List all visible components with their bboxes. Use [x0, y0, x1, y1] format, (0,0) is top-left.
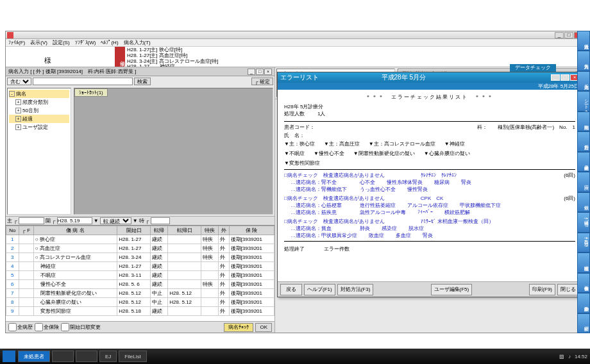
table-header[interactable]: 保 険: [229, 226, 274, 235]
minimize-button[interactable]: _: [555, 32, 564, 38]
err-print-button[interactable]: 印刷(F9): [529, 284, 555, 295]
dock-button[interactable]: 経過入力: [577, 31, 590, 51]
taskbar-task[interactable]: [76, 351, 97, 362]
table-header[interactable]: 外: [218, 226, 229, 235]
table-cell: H28. 3-24: [117, 253, 151, 262]
subwin-close[interactable]: ×: [264, 69, 272, 75]
ok-button[interactable]: OK: [255, 323, 272, 332]
menu-item[interactable]: 病名入力(T): [124, 39, 151, 46]
category-tree[interactable]: -病名+頻度分類別+50音別+経過+ユーザ設定: [7, 88, 71, 215]
error-main-diagnoses: 主：狭心症主：高血圧症主：高コレステロール血症神経症: [284, 140, 575, 147]
menu-item[interactable]: 設定(S): [53, 39, 70, 46]
table-row[interactable]: 2○ 高血圧症H28. 1-27継続特疾外後期[3939201: [6, 244, 274, 253]
table-cell: ○ 狭心症: [33, 235, 117, 244]
dock-button[interactable]: 指示入力: [577, 71, 590, 91]
table-cell: [19, 271, 33, 280]
filter-start-date[interactable]: [57, 217, 92, 224]
filter-spec-input[interactable]: [151, 217, 170, 224]
table-cell: 継続: [151, 280, 168, 289]
tree-node[interactable]: -病名: [9, 90, 69, 98]
search-input[interactable]: [33, 78, 133, 85]
err-useredit-button[interactable]: ユーザ編集(F5): [431, 284, 473, 295]
table-row[interactable]: 3○ 高コレステロール血症H28. 3-24継続特疾外後期[3939201: [6, 253, 274, 262]
filter-cont-select[interactable]: 転 継続: [100, 217, 131, 224]
shortcut-tab[interactable]: ｼｮｰﾄｶｯﾄ(1): [74, 88, 108, 97]
table-header[interactable]: 開始日: [117, 226, 151, 235]
dock-button[interactable]: 依頼: [577, 192, 590, 212]
table-row[interactable]: 6 慢性心不全H28. 5. 6継続特疾外後期[3939201: [6, 280, 274, 289]
filter-main-input[interactable]: [19, 217, 44, 224]
table-row[interactable]: 4 神経症H28. 1-27継続外後期[3939201: [6, 262, 274, 271]
dock-button[interactable]: 次回: [577, 172, 590, 192]
include-select[interactable]: 含む: [7, 78, 31, 85]
table-cell: 継続: [151, 262, 168, 271]
tree-node[interactable]: +経過: [9, 115, 69, 123]
taskbar-task[interactable]: FileList: [119, 351, 146, 362]
dock-button[interactable]: 検査結果: [577, 152, 590, 172]
table-header[interactable]: ┌ F: [19, 226, 33, 235]
tree-node[interactable]: +50音別: [9, 106, 69, 115]
err-close-button[interactable]: 閉じる: [557, 284, 579, 295]
table-cell: 継続: [151, 253, 168, 262]
table-header[interactable]: No: [6, 226, 19, 235]
error-diag-item: 主：高コレステロール血症: [369, 140, 435, 147]
err-minimize[interactable]: _: [551, 74, 560, 81]
dock-button[interactable]: 経過ｸﾞﾗﾌ: [577, 212, 590, 232]
taskbar-task[interactable]: [52, 351, 74, 362]
menu-item[interactable]: 表示(V): [30, 39, 47, 46]
table-cell: [168, 271, 201, 280]
table-cell: 神経症: [33, 262, 117, 271]
err-help-button[interactable]: ヘルプ(F1): [304, 284, 335, 295]
table-row[interactable]: 5 不眠症H28. 3-11継続外後期[3939201: [6, 271, 274, 280]
tray-icon[interactable]: ▧: [559, 354, 564, 360]
maximize-button[interactable]: □: [564, 32, 573, 38]
table-cell: [201, 289, 218, 298]
taskbar-task[interactable]: EJ: [99, 351, 117, 362]
error-diag-item: 不眠症: [284, 150, 305, 157]
subwin-min[interactable]: _: [248, 69, 255, 75]
menu-item[interactable]: ﾌｧｲﾙ(F): [8, 40, 25, 46]
dock-button[interactable]: 時系列: [577, 112, 590, 131]
table-header[interactable]: 特疾: [201, 226, 218, 235]
table-row[interactable]: 8 心臓弁膜症の疑いH28. 5.12中止H28. 5.12外後期[393920…: [6, 298, 274, 307]
start-button[interactable]: [3, 351, 15, 362]
dock-button[interactable]: 紹介状: [577, 313, 590, 333]
tree-node[interactable]: +ユーザ設定: [9, 123, 69, 131]
table-header[interactable]: 傷 病 名: [33, 226, 117, 235]
search-row: 含む 検索 ┌ 確定: [6, 76, 274, 87]
start-date-order-check[interactable]: 開始日順変更: [61, 323, 101, 331]
table-row[interactable]: 7 閉塞性動脈硬化症の疑いH28. 5.12中止H28. 5.12外後期[393…: [6, 289, 274, 298]
dock-button[interactable]: 処方歴: [577, 131, 590, 151]
diagnosis-table[interactable]: No┌ F傷 病 名開始日転帰転帰日特疾外保 険1○ 狭心症H28. 1-27継…: [6, 226, 274, 316]
confirm-button[interactable]: ┌ 確定: [251, 78, 273, 85]
search-button[interactable]: 検索: [134, 78, 151, 85]
check-row: …適応病名：筋疾患急性アルコール中毒ﾌｨｰﾊﾞｰ横紋筋肥解: [291, 209, 575, 216]
err-method-button[interactable]: 対処方法(F3): [337, 284, 374, 295]
name-check-button[interactable]: 病名ﾁｪｯｸ: [224, 323, 253, 332]
filter-spec-label: 特 ┌: [139, 217, 149, 224]
menu-item[interactable]: ｿﾌﾃﾞｽ(W): [75, 40, 96, 46]
table-header[interactable]: 転帰: [151, 226, 168, 235]
all-history-check[interactable]: 全病歴: [8, 323, 33, 331]
dock-button[interactable]: 診療予約: [577, 293, 590, 313]
table-header[interactable]: 転帰日: [168, 226, 201, 235]
data-check-tag: データチェック: [510, 64, 556, 72]
menu-item[interactable]: ﾍﾙﾌﾟ(H): [101, 40, 118, 46]
table-cell: 特疾: [201, 235, 218, 244]
table-row[interactable]: 9 変形性関節症H28. 5.18継続外後期[3939201: [6, 307, 274, 316]
dock-button[interactable]: 処方入力: [577, 51, 590, 70]
err-back-button[interactable]: 戻る: [280, 284, 302, 295]
tray-icon[interactable]: ♪: [568, 354, 571, 360]
dock-button[interactable]: 自己ﾁｪｯｸ: [577, 233, 590, 252]
patient-name: [8, 55, 42, 65]
dock-button[interactable]: 検査画像: [577, 273, 590, 293]
dock-button[interactable]: シート入力: [577, 91, 590, 111]
check-title: □病名チェック 検査適応病名がありません ｸﾚｱﾁﾆﾝ ｸﾚｱﾁﾆﾝ (6回): [284, 172, 575, 179]
taskbar-task[interactable]: 未処患者: [18, 351, 50, 362]
subwin-max[interactable]: □: [256, 69, 264, 75]
all-insurance-check[interactable]: 全保険: [35, 323, 59, 331]
tree-node[interactable]: +頻度分類別: [9, 98, 69, 106]
err-maximize[interactable]: □: [560, 74, 569, 81]
dock-button[interactable]: 時記事項: [577, 252, 590, 272]
table-row[interactable]: 1○ 狭心症H28. 1-27継続特疾外後期[3939201: [6, 235, 274, 244]
